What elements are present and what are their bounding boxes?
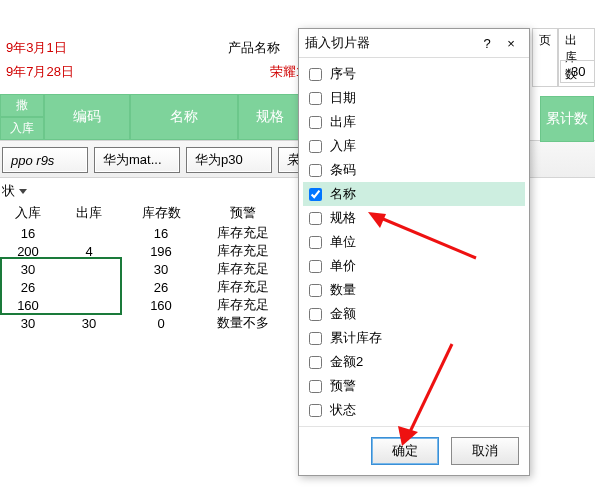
- slicer-option[interactable]: 单价: [303, 254, 525, 278]
- cell-out: 30: [56, 316, 122, 331]
- state-label: 状: [2, 182, 15, 200]
- slicer-checkbox[interactable]: [309, 140, 322, 153]
- cell-warn: 数量不多: [200, 314, 286, 332]
- cell-warn: 库存充足: [200, 260, 286, 278]
- slicer-option-label: 数量: [330, 281, 356, 299]
- slicer-option[interactable]: 数量: [303, 278, 525, 302]
- cell-warn: 库存充足: [200, 224, 286, 242]
- slicer-checkbox[interactable]: [309, 92, 322, 105]
- dialog-titlebar: 插入切片器 ? ×: [299, 29, 529, 58]
- cell-in: 30: [0, 316, 56, 331]
- slicer-option-label: 名称: [330, 185, 356, 203]
- filter-btn-2[interactable]: 华为mat...: [94, 147, 180, 173]
- cell-warn: 库存充足: [200, 296, 286, 314]
- slicer-option[interactable]: 金额: [303, 302, 525, 326]
- dropdown-caret-icon[interactable]: [19, 189, 27, 194]
- slicer-checkbox[interactable]: [309, 236, 322, 249]
- dialog-title: 插入切片器: [305, 34, 475, 52]
- cell-stock: 30: [122, 262, 200, 277]
- slicer-option[interactable]: 序号: [303, 62, 525, 86]
- cell-in: 160: [0, 298, 56, 313]
- hdr-stack-bottom: 入库: [0, 117, 44, 140]
- cell-in: 26: [0, 280, 56, 295]
- col-out: 出库: [56, 204, 122, 222]
- hdr-spec: 规格: [238, 94, 302, 140]
- insert-slicer-dialog: 插入切片器 ? × 序号日期出库入库条码名称规格单位单价数量金额累计库存金额2预…: [298, 28, 530, 476]
- right-value: 30: [560, 60, 595, 83]
- slicer-option-label: 入库: [330, 137, 356, 155]
- slicer-checkbox[interactable]: [309, 212, 322, 225]
- slicer-option-label: 单位: [330, 233, 356, 251]
- filter-btn-3[interactable]: 华为p30: [186, 147, 272, 173]
- cell-out: 4: [56, 244, 122, 259]
- slicer-checkbox[interactable]: [309, 404, 322, 417]
- cell-stock: 160: [122, 298, 200, 313]
- slicer-option[interactable]: 状态: [303, 398, 525, 422]
- slicer-option-label: 金额: [330, 305, 356, 323]
- slicer-option-label: 日期: [330, 89, 356, 107]
- cell-warn: 库存充足: [200, 242, 286, 260]
- slicer-option[interactable]: 入库: [303, 134, 525, 158]
- slicer-option[interactable]: 金额2: [303, 350, 525, 374]
- slicer-option[interactable]: 日期: [303, 86, 525, 110]
- slicer-option[interactable]: 累计库存: [303, 326, 525, 350]
- hdr-code: 编码: [44, 94, 130, 140]
- cell-stock: 16: [122, 226, 200, 241]
- slicer-option[interactable]: 出库: [303, 110, 525, 134]
- product-name-label: 产品名称: [214, 39, 294, 57]
- hdr-name: 名称: [130, 94, 238, 140]
- slicer-option-label: 预警: [330, 377, 356, 395]
- col-header-a: 页: [532, 28, 558, 87]
- col-in: 入库: [0, 204, 56, 222]
- col-stock: 库存数: [122, 204, 200, 222]
- cell-in: 30: [0, 262, 56, 277]
- slicer-option-label: 出库: [330, 113, 356, 131]
- cell-stock: 26: [122, 280, 200, 295]
- date-2: 9年7月28日: [4, 63, 214, 81]
- dialog-close-button[interactable]: ×: [499, 33, 523, 53]
- slicer-checkbox[interactable]: [309, 116, 322, 129]
- date-1: 9年3月1日: [4, 39, 214, 57]
- hdr-right-total: 累计数: [540, 96, 594, 142]
- slicer-field-list[interactable]: 序号日期出库入库条码名称规格单位单价数量金额累计库存金额2预警状态: [299, 58, 529, 426]
- slicer-checkbox[interactable]: [309, 284, 322, 297]
- cell-in: 200: [0, 244, 56, 259]
- cell-warn: 库存充足: [200, 278, 286, 296]
- slicer-checkbox[interactable]: [309, 380, 322, 393]
- cancel-button[interactable]: 取消: [451, 437, 519, 465]
- slicer-option-label: 累计库存: [330, 329, 382, 347]
- cell-in: 16: [0, 226, 56, 241]
- slicer-option[interactable]: 规格: [303, 206, 525, 230]
- slicer-option-label: 规格: [330, 209, 356, 227]
- hdr-stack-top: 撒: [0, 94, 44, 117]
- slicer-checkbox[interactable]: [309, 356, 322, 369]
- filter-btn-1[interactable]: ppo r9s: [2, 147, 88, 173]
- slicer-option-label: 金额2: [330, 353, 363, 371]
- slicer-option[interactable]: 预警: [303, 374, 525, 398]
- cell-stock: 0: [122, 316, 200, 331]
- slicer-option[interactable]: 名称: [303, 182, 525, 206]
- ok-button[interactable]: 确定: [371, 437, 439, 465]
- dialog-help-button[interactable]: ?: [475, 33, 499, 53]
- slicer-checkbox[interactable]: [309, 68, 322, 81]
- slicer-option-label: 单价: [330, 257, 356, 275]
- slicer-option-label: 条码: [330, 161, 356, 179]
- slicer-option[interactable]: 条码: [303, 158, 525, 182]
- slicer-option-label: 状态: [330, 401, 356, 419]
- slicer-checkbox[interactable]: [309, 260, 322, 273]
- slicer-option[interactable]: 单位: [303, 230, 525, 254]
- slicer-checkbox[interactable]: [309, 332, 322, 345]
- slicer-checkbox[interactable]: [309, 188, 322, 201]
- slicer-checkbox[interactable]: [309, 308, 322, 321]
- slicer-option-label: 序号: [330, 65, 356, 83]
- slicer-checkbox[interactable]: [309, 164, 322, 177]
- col-warn: 预警: [200, 204, 286, 222]
- cell-stock: 196: [122, 244, 200, 259]
